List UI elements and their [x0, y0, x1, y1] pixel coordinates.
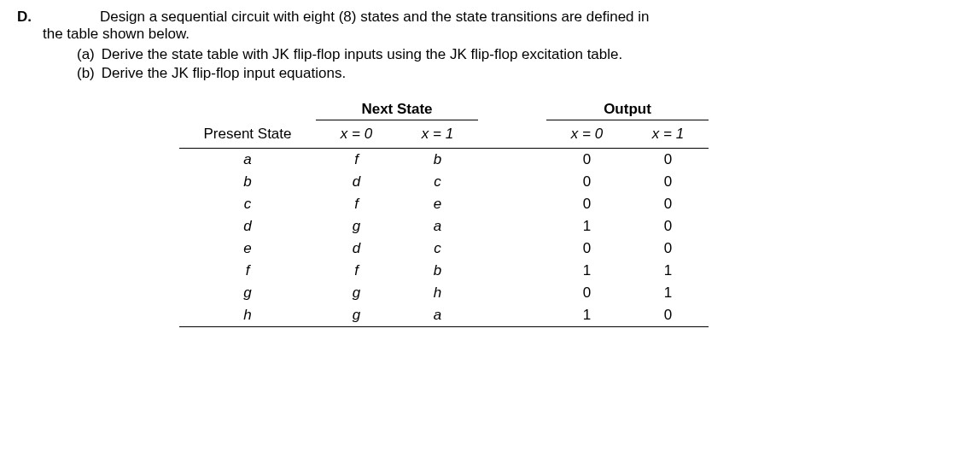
cell-out0: 1 [546, 260, 627, 282]
table-row: ggh01 [179, 282, 709, 304]
cell-present: h [179, 304, 316, 327]
cell-out0: 0 [546, 282, 627, 304]
cell-out1: 1 [627, 282, 709, 304]
table-row: bdc00 [179, 171, 709, 193]
header-next-state: Next State [316, 97, 478, 120]
problem-header: D. Design a sequential circuit with eigh… [17, 9, 963, 26]
cell-ns0: d [316, 238, 397, 260]
cell-ns0: f [316, 260, 397, 282]
cell-present: d [179, 215, 316, 238]
sub-part-a-text: Derive the state table with JK flip-flop… [102, 46, 622, 63]
cell-out0: 0 [546, 149, 627, 172]
problem-text-line1: Design a sequential circuit with eight (… [100, 9, 650, 26]
cell-ns1: e [397, 193, 478, 215]
cell-out1: 0 [627, 304, 709, 327]
cell-ns1: b [397, 260, 478, 282]
header-out-x1: x = 1 [627, 120, 709, 149]
cell-present: c [179, 193, 316, 215]
sub-part-b-label: (b) [77, 65, 95, 82]
header-out-x0: x = 0 [546, 120, 627, 149]
table-row: edc00 [179, 238, 709, 260]
header-ns-x0: x = 0 [316, 120, 397, 149]
cell-gap [478, 282, 546, 304]
cell-present: a [179, 149, 316, 172]
cell-gap [478, 215, 546, 238]
cell-gap [478, 193, 546, 215]
cell-out0: 1 [546, 304, 627, 327]
cell-ns1: b [397, 149, 478, 172]
cell-out0: 0 [546, 171, 627, 193]
cell-gap [478, 149, 546, 172]
cell-present: f [179, 260, 316, 282]
cell-gap [478, 260, 546, 282]
cell-ns0: f [316, 193, 397, 215]
table-row: cfe00 [179, 193, 709, 215]
cell-out0: 0 [546, 193, 627, 215]
cell-ns1: c [397, 238, 478, 260]
header-output: Output [546, 97, 709, 120]
cell-ns0: d [316, 171, 397, 193]
cell-ns1: a [397, 304, 478, 327]
header-ns-x1: x = 1 [397, 120, 478, 149]
cell-out0: 1 [546, 215, 627, 238]
cell-ns0: g [316, 304, 397, 327]
sub-part-a: (a) Derive the state table with JK flip-… [77, 46, 963, 63]
cell-ns1: c [397, 171, 478, 193]
cell-present: g [179, 282, 316, 304]
cell-ns0: g [316, 215, 397, 238]
cell-present: b [179, 171, 316, 193]
cell-out1: 0 [627, 193, 709, 215]
table-row: dga10 [179, 215, 709, 238]
sub-part-a-label: (a) [77, 46, 95, 63]
cell-gap [478, 304, 546, 327]
header-present-state: Present State [179, 120, 316, 149]
table-row: ffb11 [179, 260, 709, 282]
problem-letter: D. [17, 9, 32, 26]
sub-part-b-text: Derive the JK flip-flop input equations. [102, 65, 346, 82]
cell-gap [478, 171, 546, 193]
cell-ns0: g [316, 282, 397, 304]
table-row: hga10 [179, 304, 709, 327]
cell-out1: 0 [627, 171, 709, 193]
cell-present: e [179, 238, 316, 260]
cell-out1: 0 [627, 238, 709, 260]
cell-out1: 0 [627, 215, 709, 238]
cell-ns0: f [316, 149, 397, 172]
sub-parts: (a) Derive the state table with JK flip-… [77, 46, 963, 82]
problem-text-line2: the table shown below. [43, 26, 963, 43]
cell-out1: 1 [627, 260, 709, 282]
table-row: afb00 [179, 149, 709, 172]
cell-ns1: a [397, 215, 478, 238]
cell-out0: 0 [546, 238, 627, 260]
sub-part-b: (b) Derive the JK flip-flop input equati… [77, 65, 963, 82]
cell-gap [478, 238, 546, 260]
cell-ns1: h [397, 282, 478, 304]
cell-out1: 0 [627, 149, 709, 172]
state-table: Next State Output Present State x = 0 x … [179, 97, 963, 327]
